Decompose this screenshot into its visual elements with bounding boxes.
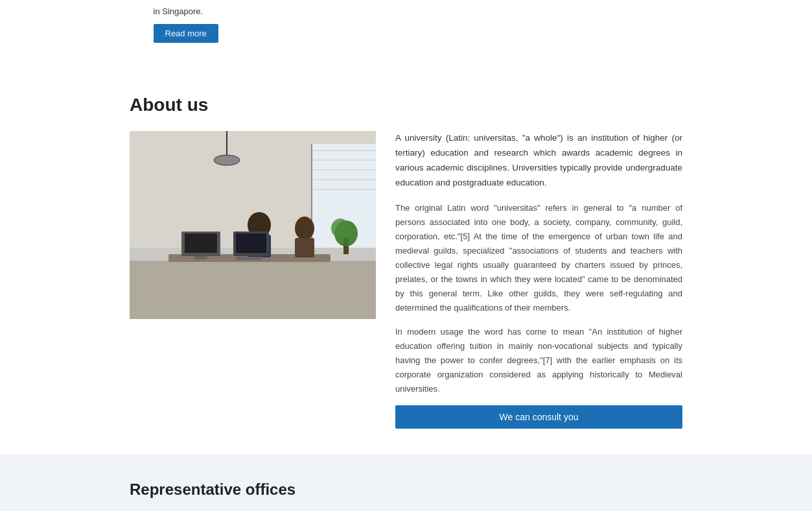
top-bar: in Singapore. Read more [0,0,812,69]
svg-point-22 [331,219,349,238]
page-wrapper: in Singapore. Read more About us [0,0,812,511]
top-text: in Singapore. [154,6,203,16]
svg-rect-24 [236,233,266,253]
read-more-button-top[interactable]: Read more [154,24,218,43]
rep-title: Representative offices [130,481,682,499]
about-para2: In modern usage the word has come to mea… [395,325,682,396]
about-content: A university (Latin: universitas, "a who… [130,131,682,429]
about-image [130,131,376,319]
rep-section: Representative offices [0,455,812,511]
svg-rect-14 [185,233,217,253]
top-card: in Singapore. Read more [141,6,672,56]
about-title: About us [130,95,682,115]
about-para1: The original Latin word "universitas" re… [395,201,682,316]
svg-point-11 [214,155,240,165]
svg-rect-15 [194,256,207,259]
svg-rect-2 [130,261,376,319]
about-intro-text: A university (Latin: universitas, "a who… [395,131,682,191]
svg-rect-19 [295,238,314,257]
svg-rect-25 [237,257,262,260]
about-text-container: A university (Latin: universitas, "a who… [395,131,682,429]
svg-point-18 [295,217,314,240]
office-scene-svg [130,131,376,319]
about-section: About us [0,69,812,455]
consult-button[interactable]: We can consult you [395,405,682,429]
